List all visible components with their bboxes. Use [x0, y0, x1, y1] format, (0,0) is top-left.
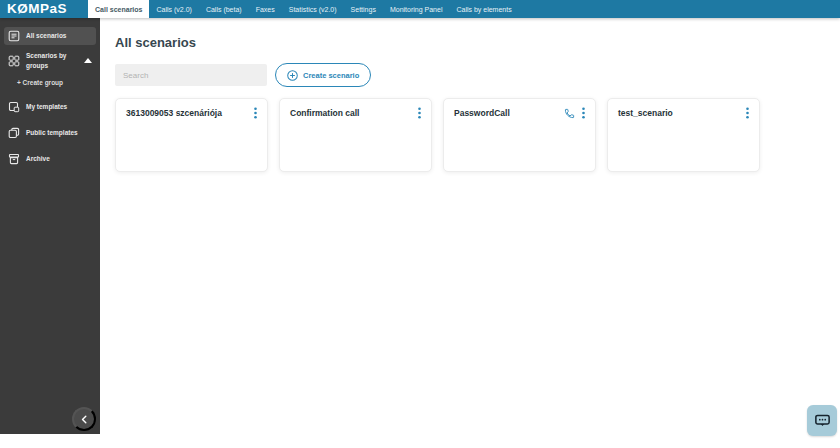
scenario-card[interactable]: Confirmation call	[279, 98, 432, 172]
scenario-card-title: test_scenario	[618, 107, 673, 118]
sidebar-item-public-templates[interactable]: Public templates	[4, 124, 96, 142]
chevron-left-icon	[80, 415, 89, 424]
scenario-card-grid: 3613009053 szcenáriója Confirmation call…	[115, 98, 840, 172]
sidebar: All scenarios Scenarios by groups + Crea…	[0, 18, 100, 434]
kebab-menu-icon	[254, 107, 257, 119]
sidebar-item-archive[interactable]: Archive	[4, 150, 96, 168]
card-actions	[746, 107, 749, 119]
collapse-up-icon[interactable]	[84, 58, 92, 63]
archive-icon	[8, 153, 20, 165]
chat-bubble-icon	[814, 412, 831, 429]
tab-settings[interactable]: Settings	[344, 0, 383, 18]
top-tabs: Call scenarios Calls (v2.0) Calls (beta)…	[88, 0, 519, 18]
tab-statistics-v2[interactable]: Statistics (v2.0)	[282, 0, 344, 18]
card-menu-button[interactable]	[254, 107, 257, 119]
tab-calls-v2[interactable]: Calls (v2.0)	[149, 0, 198, 18]
sidebar-item-my-templates[interactable]: My templates	[4, 98, 96, 116]
scenario-card-title: Confirmation call	[290, 107, 359, 118]
plus-circle-icon	[287, 70, 298, 81]
create-scenario-button[interactable]: Create scenario	[275, 63, 371, 87]
scenario-card[interactable]: PasswordCall	[443, 98, 596, 172]
card-actions	[254, 107, 257, 119]
card-actions	[418, 107, 421, 119]
tab-calls-by-elements[interactable]: Calls by elements	[449, 0, 518, 18]
tab-call-scenarios[interactable]: Call scenarios	[88, 0, 149, 18]
template-icon	[8, 101, 20, 113]
kebab-menu-icon	[418, 107, 421, 119]
phone-icon	[564, 108, 575, 119]
scenario-card-title: 3613009053 szcenáriója	[126, 107, 222, 118]
tab-monitoring-panel[interactable]: Monitoring Panel	[383, 0, 450, 18]
sidebar-item-label: All scenarios	[26, 31, 66, 41]
sidebar-item-scenarios-by-groups[interactable]: Scenarios by groups	[4, 48, 96, 74]
sidebar-item-label: Scenarios by groups	[26, 51, 70, 71]
grid-icon	[8, 55, 20, 67]
scenario-card-title: PasswordCall	[454, 107, 510, 118]
sidebar-item-all-scenarios[interactable]: All scenarios	[4, 27, 96, 45]
sidebar-collapse-button[interactable]	[72, 407, 96, 431]
kompas-logo: KØMPaS	[0, 0, 74, 18]
create-scenario-label: Create scenario	[303, 71, 359, 80]
scenario-card[interactable]: 3613009053 szcenáriója	[115, 98, 268, 172]
list-box-icon	[8, 30, 20, 42]
top-navigation-bar: KØMPaS Call scenarios Calls (v2.0) Calls…	[0, 0, 840, 18]
card-menu-button[interactable]	[418, 107, 421, 119]
toolbar: Create scenario	[115, 63, 840, 87]
scenario-card[interactable]: test_scenario	[607, 98, 760, 172]
copy-icon	[8, 127, 20, 139]
search-input[interactable]	[115, 64, 267, 86]
sidebar-item-label: Archive	[26, 154, 50, 164]
tab-calls-beta[interactable]: Calls (beta)	[199, 0, 249, 18]
chat-widget-button[interactable]	[807, 405, 837, 436]
kebab-menu-icon	[746, 107, 749, 119]
page-title: All scenarios	[115, 35, 840, 50]
sidebar-create-group-link[interactable]: + Create group	[4, 77, 96, 88]
main-content: All scenarios Create scenario 3613009053…	[100, 18, 840, 448]
card-call-button[interactable]	[564, 108, 575, 119]
card-menu-button[interactable]	[582, 107, 585, 119]
card-actions	[564, 107, 585, 119]
sidebar-item-label: Public templates	[26, 128, 78, 138]
app: KØMPaS Call scenarios Calls (v2.0) Calls…	[0, 0, 840, 448]
card-menu-button[interactable]	[746, 107, 749, 119]
kebab-menu-icon	[582, 107, 585, 119]
sidebar-item-label: My templates	[26, 102, 67, 112]
tab-faxes[interactable]: Faxes	[249, 0, 282, 18]
